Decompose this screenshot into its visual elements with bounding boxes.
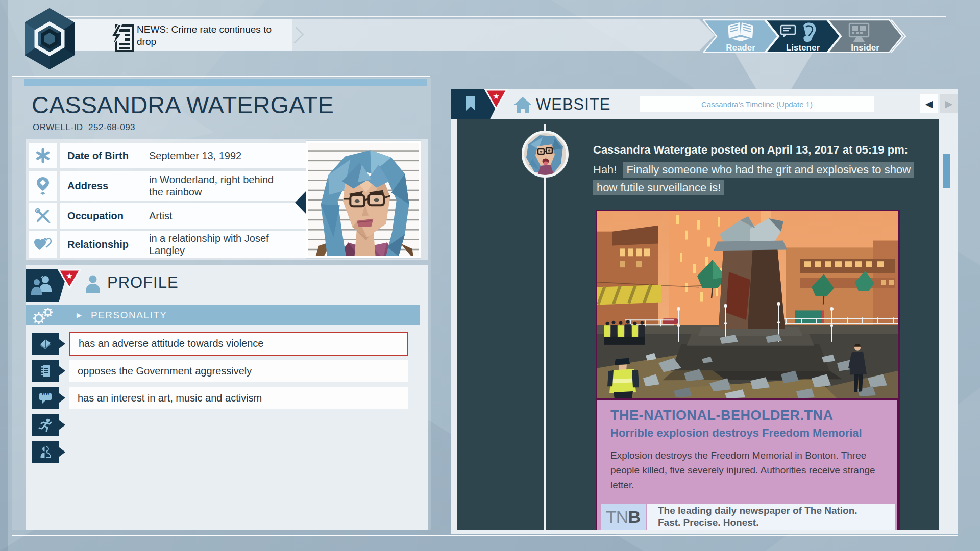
trait-2-tab: [32, 360, 59, 382]
orwell-screen: NEWS: Crime rate continues to drop: [0, 0, 980, 551]
page-title: Cassandra's Timeline (Update 1): [701, 100, 813, 109]
dob-row: Date of Birth September 13, 1992: [60, 143, 330, 168]
bottom-line: [12, 535, 958, 536]
relationship-label: Relationship: [67, 239, 149, 251]
notebook-icon: [38, 363, 53, 379]
website-content: Cassandra Watergate posted on April 13, …: [457, 119, 939, 530]
subject-portrait: [306, 141, 421, 258]
trait-2-chip[interactable]: opposes the Government aggressively: [69, 360, 408, 382]
location-pin-icon: [36, 177, 50, 195]
svg-text:””: ””: [41, 392, 50, 400]
address-label: Address: [67, 180, 149, 192]
tab-listener[interactable]: Listener: [772, 43, 834, 53]
card-pointer-icon: [295, 190, 307, 215]
post-body-prefix: Hah!: [593, 163, 617, 176]
hearts-icon: [34, 237, 52, 252]
brand-tagline-box: The leading daily newspaper of The Natio…: [647, 504, 895, 530]
svg-text:★: ★: [493, 92, 499, 101]
forward-button[interactable]: ▶: [940, 94, 958, 113]
avatar: [522, 131, 569, 178]
trait-3-chip[interactable]: has an interest in art, music and activi…: [69, 387, 408, 409]
relationship-icon-cell: [29, 231, 57, 258]
subject-id-label: ORWELL-ID: [33, 122, 83, 132]
website-panel: ★ WEBSITE Cassandra's Timeline (Update 1…: [451, 89, 958, 534]
subject-name: CASSANDRA WATERGATE: [32, 91, 334, 119]
post-highlight-datachunk-2[interactable]: how futile surveillance is!: [593, 180, 724, 195]
website-title: WEBSITE: [536, 95, 611, 114]
post-highlight-datachunk[interactable]: Finally someone who had the grit and exp…: [623, 162, 914, 178]
news-ticker-extension: [292, 19, 715, 51]
subject-info-card: Date of Birth September 13, 1992 Address…: [26, 139, 428, 260]
book-icon: [38, 336, 53, 352]
dob-value[interactable]: September 13, 1992: [149, 149, 297, 162]
trait-slot-identity-tab: [32, 441, 59, 463]
post-photo: [596, 210, 900, 400]
person-icon: [85, 275, 101, 293]
subject-panel: CASSANDRA WATERGATE ORWELL-ID 252-68-093…: [0, 71, 439, 546]
brand-logo-box: TNB: [601, 504, 646, 530]
occupation-row: Occupation Artist: [60, 203, 330, 229]
back-button[interactable]: ◀: [920, 94, 938, 113]
dob-label: Date of Birth: [67, 150, 149, 162]
address-icon-cell: [29, 171, 57, 201]
occupation-label: Occupation: [67, 210, 149, 222]
personality-bar[interactable]: ▶ PERSONALITY: [26, 305, 420, 325]
occupation-value[interactable]: Artist: [149, 210, 284, 222]
news-ticker-text[interactable]: NEWS: Crime rate continues to drop: [137, 22, 290, 49]
trait-1-tab: [32, 333, 59, 355]
brand-logo-thin: TN: [606, 507, 628, 527]
speech-quote-icon: ””: [38, 390, 53, 406]
tools-icon: [35, 208, 51, 224]
brand-tagline-2: Fast. Precise. Honest.: [658, 517, 895, 529]
profile-box: ★ PROFILE ▶ PERSONALITY: [26, 265, 428, 530]
svg-text:★: ★: [66, 271, 72, 280]
top-bar: NEWS: Crime rate continues to drop: [0, 0, 980, 77]
trait-1-chip[interactable]: has an adverse attitude towards violence: [69, 332, 408, 356]
home-icon[interactable]: [513, 96, 532, 114]
article-summary: Explosion destroys the Freedom Memorial …: [610, 448, 881, 492]
profile-new-badge: ★: [57, 269, 82, 289]
panel-top-line: [12, 76, 430, 77]
tab-reader[interactable]: Reader: [710, 43, 771, 53]
relationship-value[interactable]: in a relationship with Josef Langley: [149, 232, 284, 257]
timeline-line: [544, 124, 546, 530]
article-card: THE-NATIONAL-BEHOLDER.TNA Horrible explo…: [596, 400, 900, 530]
website-new-badge: ★: [484, 89, 508, 110]
scrollbar-thumb[interactable]: [943, 154, 950, 188]
address-value[interactable]: in Wonderland, right behind the rainbow: [149, 173, 284, 198]
post-body: Hah! Finally someone who had the grit an…: [593, 161, 930, 196]
people-icon: [30, 275, 55, 296]
trait-slot-runner-tab: [32, 414, 59, 436]
dob-icon-cell: [29, 143, 57, 168]
identity-split-icon: [38, 444, 53, 460]
subject-id-value: 252-68-093: [88, 122, 135, 132]
article-site-link[interactable]: THE-NATIONAL-BEHOLDER.TNA: [610, 408, 897, 423]
personality-label: PERSONALITY: [91, 310, 167, 321]
trait-3-tab: ””: [32, 387, 59, 409]
asterisk-icon: [35, 148, 51, 163]
news-flash-icon: [109, 23, 134, 53]
top-line: [60, 16, 946, 17]
panel-accent-bar: [24, 79, 427, 86]
orwell-logo-icon: [20, 6, 79, 71]
subject-id: ORWELL-ID 252-68-093: [33, 122, 135, 133]
tab-insider[interactable]: Insider: [835, 43, 896, 53]
bookmark-icon: [465, 96, 476, 111]
gears-icon: [31, 306, 55, 325]
brand-tagline-1: The leading daily newspaper of The Natio…: [658, 505, 895, 517]
post-author-line: Cassandra Watergate posted on April 13, …: [593, 143, 908, 157]
collapse-arrow-icon: ▶: [77, 311, 82, 319]
page-title-box[interactable]: Cassandra's Timeline (Update 1): [640, 96, 874, 112]
relationship-row: Relationship in a relationship with Jose…: [60, 231, 330, 258]
runner-icon: [38, 417, 53, 433]
occupation-icon-cell: [29, 203, 57, 229]
brand-logo-bold: B: [628, 507, 641, 527]
address-row: Address in Wonderland, right behind the …: [60, 171, 330, 201]
website-header: ★ WEBSITE Cassandra's Timeline (Update 1…: [451, 89, 958, 119]
article-headline[interactable]: Horrible explosion destroys Freedom Memo…: [610, 427, 897, 440]
profile-title: PROFILE: [107, 273, 179, 292]
article-brand-footer: TNB The leading daily newspaper of The N…: [601, 504, 897, 530]
